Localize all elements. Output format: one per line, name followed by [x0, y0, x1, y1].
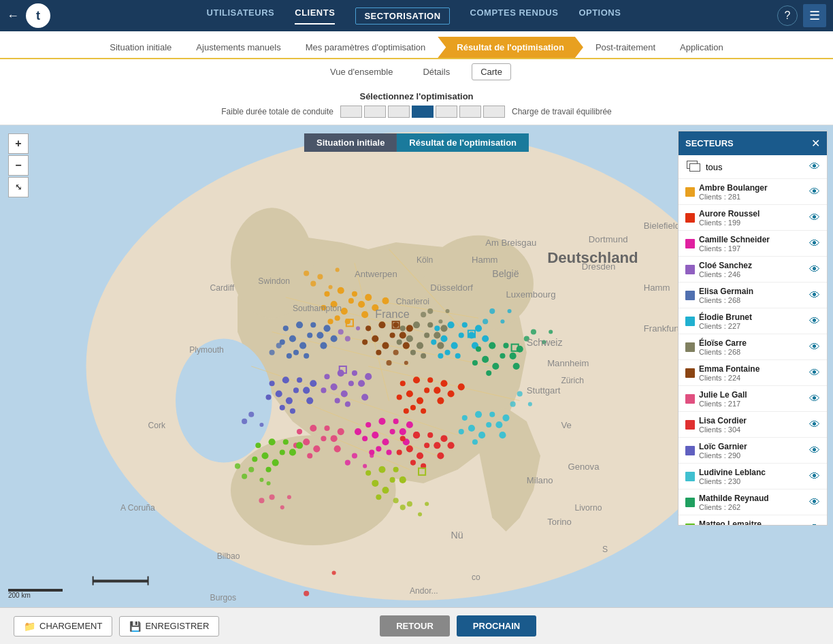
- secteur-eye-12[interactable]: 👁: [809, 496, 820, 509]
- svg-text:Düsseldorf: Düsseldorf: [430, 283, 473, 293]
- svg-point-191: [261, 452, 268, 459]
- secteur-eye-5[interactable]: 👁: [809, 315, 820, 327]
- svg-point-196: [265, 467, 271, 472]
- svg-point-40: [434, 387, 440, 393]
- back-button[interactable]: ←: [7, 9, 19, 23]
- opt-box-6[interactable]: [459, 106, 481, 118]
- secteur-eye-2[interactable]: 👁: [809, 238, 820, 250]
- bottom-left: 📁 CHARGEMENT 💾 ENREGISTRER: [14, 616, 219, 637]
- secteur-eye-11[interactable]: 👁: [809, 470, 820, 483]
- svg-point-75: [345, 402, 350, 407]
- secteur-eye-8[interactable]: 👁: [809, 393, 820, 405]
- svg-point-221: [235, 464, 240, 469]
- secteurs-all-label: tous: [706, 162, 804, 172]
- svg-point-208: [317, 274, 323, 279]
- help-button[interactable]: ?: [777, 5, 798, 26]
- svg-point-81: [299, 342, 306, 349]
- svg-point-164: [306, 398, 313, 404]
- secteur-eye-0[interactable]: 👁: [809, 186, 820, 198]
- subnav-details[interactable]: Détails: [414, 64, 458, 80]
- svg-point-194: [283, 439, 289, 445]
- secteur-eye-9[interactable]: 👁: [809, 419, 820, 431]
- svg-point-119: [390, 332, 395, 338]
- secteur-eye-10[interactable]: 👁: [809, 445, 820, 457]
- toggle-situation-initiale[interactable]: Situation initiale: [304, 133, 397, 152]
- step-situation-initiale[interactable]: Situation initiale: [97, 37, 184, 58]
- svg-point-53: [382, 438, 389, 445]
- step-ajustements[interactable]: Ajustements manuels: [184, 37, 293, 58]
- svg-point-175: [459, 429, 464, 434]
- svg-point-45: [421, 408, 426, 414]
- svg-point-22: [341, 308, 348, 315]
- svg-point-181: [492, 363, 499, 370]
- nav-options[interactable]: OPTIONS: [578, 7, 621, 25]
- secteur-name-4: Elisa Germain: [699, 287, 805, 296]
- step-resultat[interactable]: Résultat de l'optimisation: [438, 37, 583, 58]
- svg-point-235: [276, 343, 282, 349]
- opt-box-4[interactable]: [412, 106, 434, 118]
- svg-point-158: [286, 398, 293, 404]
- secteurs-all-eye[interactable]: 👁: [809, 161, 820, 173]
- nav-utilisateurs[interactable]: UTILISATEURS: [207, 7, 275, 25]
- optimization-boxes[interactable]: [340, 106, 505, 118]
- opt-box-7[interactable]: [483, 106, 505, 118]
- svg-point-24: [358, 301, 365, 308]
- nav-sectorisation[interactable]: SECTORISATION: [355, 7, 449, 25]
- zoom-out-button[interactable]: −: [8, 155, 29, 176]
- svg-point-91: [448, 321, 455, 328]
- svg-point-214: [500, 319, 504, 323]
- opt-box-5[interactable]: [436, 106, 457, 118]
- svg-point-46: [448, 390, 455, 397]
- map-background[interactable]: Deutschland France Schweiz Luxembourg Be…: [0, 125, 833, 607]
- subnav-vue-ensemble[interactable]: Vue d'ensemble: [322, 64, 401, 80]
- toggle-resultat-optimisation[interactable]: Résultat de l'optimisation: [397, 133, 529, 152]
- svg-point-134: [313, 445, 320, 452]
- opt-box-1[interactable]: [340, 106, 362, 118]
- step-application[interactable]: Application: [668, 37, 736, 58]
- fullscreen-button[interactable]: ⤡: [8, 177, 29, 197]
- svg-point-245: [352, 453, 357, 458]
- svg-point-68: [341, 390, 348, 397]
- svg-point-137: [307, 453, 312, 458]
- secteurs-close-button[interactable]: ✕: [811, 137, 820, 150]
- svg-point-243: [421, 312, 426, 317]
- svg-point-230: [259, 498, 264, 503]
- secteur-eye-1[interactable]: 👁: [809, 212, 820, 224]
- secteur-clients-9: Clients : 304: [699, 425, 805, 434]
- secteur-eye-7[interactable]: 👁: [809, 367, 820, 379]
- save-button[interactable]: 💾 ENREGISTRER: [119, 616, 219, 637]
- svg-point-203: [382, 487, 389, 494]
- svg-text:Burgos: Burgos: [210, 593, 236, 602]
- nav-comptes-rendus[interactable]: COMPTES RENDUS: [470, 7, 559, 25]
- svg-point-232: [393, 350, 399, 355]
- load-button[interactable]: 📁 CHARGEMENT: [14, 616, 112, 637]
- svg-text:Plymouth: Plymouth: [189, 345, 224, 355]
- secteur-eye-4[interactable]: 👁: [809, 289, 820, 302]
- step-parametres[interactable]: Mes paramètres d'optimisation: [293, 37, 438, 58]
- svg-point-199: [378, 466, 385, 473]
- opt-box-2[interactable]: [364, 106, 386, 118]
- subnav-carte[interactable]: Carte: [472, 63, 511, 80]
- secteur-eye-3[interactable]: 👁: [809, 263, 820, 276]
- svg-text:Stuttgart: Stuttgart: [527, 385, 561, 396]
- svg-point-145: [416, 452, 423, 459]
- secteur-name-1: Aurore Roussel: [699, 209, 805, 219]
- svg-point-66: [331, 383, 338, 390]
- sub-navigation: Vue d'ensemble Détails Carte: [0, 59, 833, 86]
- next-button[interactable]: PROCHAIN: [457, 615, 536, 637]
- opt-box-3[interactable]: [388, 106, 410, 118]
- secteur-row: Éloïse Carre Clients : 268 👁: [679, 334, 827, 360]
- secteur-info-0: Ambre Boulanger Clients : 281: [699, 183, 805, 201]
- secteur-info-11: Ludivine Leblanc Clients : 230: [699, 468, 805, 485]
- svg-point-80: [283, 325, 289, 331]
- svg-point-238: [517, 391, 523, 396]
- back-nav-button[interactable]: RETOUR: [380, 615, 450, 637]
- save-label: ENREGISTRER: [145, 621, 209, 631]
- step-post-traitement[interactable]: Post-traitement: [583, 37, 668, 58]
- menu-button[interactable]: ☰: [803, 4, 826, 27]
- secteur-eye-6[interactable]: 👁: [809, 341, 820, 353]
- svg-point-239: [528, 402, 532, 406]
- nav-clients[interactable]: CLIENTS: [295, 7, 335, 25]
- secteur-eye-13[interactable]: 👁: [809, 522, 820, 526]
- zoom-in-button[interactable]: +: [8, 133, 29, 154]
